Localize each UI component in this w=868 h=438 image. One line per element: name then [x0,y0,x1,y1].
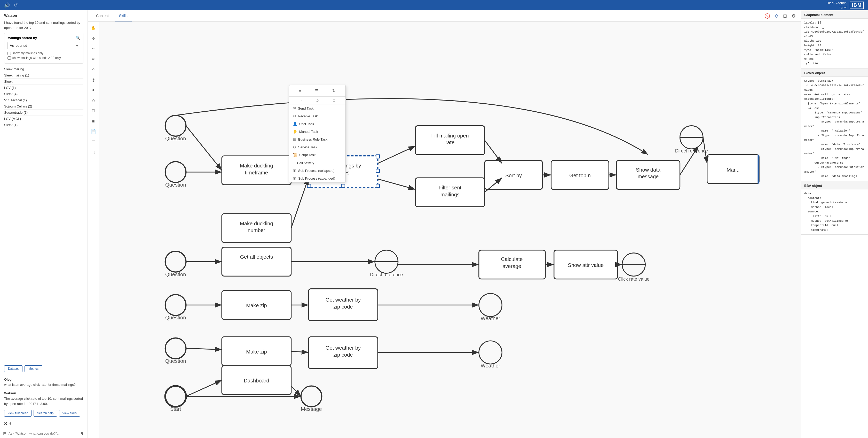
svg-text:Filter sent: Filter sent [439,185,462,191]
ctx-service-task[interactable]: ⚙ Service Task [289,143,345,151]
list-item[interactable]: 511 Tactical (1) [4,97,83,104]
question-circle-1[interactable] [165,115,186,136]
list-item[interactable]: Sleek (1) [4,122,83,128]
watson2-response: The average click rate of top 10, sent m… [4,396,83,406]
palette-arrows-icon[interactable]: ↔ [89,45,98,53]
palette-hand-icon[interactable]: ✋ [89,24,98,32]
svg-text:Make zip: Make zip [246,302,267,308]
svg-line-74 [186,380,222,397]
show-mailings-sends-checkbox[interactable] [7,56,11,60]
dataset-metrics-row: Dataset Metrics [0,363,88,375]
list-item[interactable]: Squaretrade (1) [4,110,83,116]
chat-input[interactable] [8,432,78,435]
dataset-button[interactable]: Dataset [4,366,23,372]
user-logout[interactable]: logout [827,5,846,9]
question-circle-4[interactable] [165,295,186,316]
list-item[interactable]: Sleek mailing [4,66,83,72]
svg-diagram: Question Question Question Question Ques… [99,22,801,438]
chat-grid-icon[interactable]: ⊞ [3,431,6,436]
ctx-script-task[interactable]: 📜 Script Task [289,151,345,159]
ctx-circle-shape[interactable]: ○ [300,98,302,102]
ctx-user-task[interactable]: 👤 User Task [289,120,345,128]
message-circle[interactable] [301,386,322,407]
search-help-button[interactable]: Search help [34,410,57,416]
list-item[interactable]: LCV (MCL) [4,116,83,122]
diamond-icon[interactable]: ◇ [774,12,779,20]
ban-icon[interactable]: 🚫 [764,12,771,20]
svg-text:Direct reference: Direct reference [675,148,708,153]
start-circle[interactable] [165,386,186,407]
ctx-diamond-shape[interactable]: ◇ [316,98,319,102]
tab-content[interactable]: Content [92,10,113,22]
ctx-align-icon[interactable]: ☰ [314,87,320,94]
list-item[interactable]: Sleek mailing (1) [4,72,83,79]
svg-text:Get top n: Get top n [569,173,591,178]
script-task-icon: 📜 [293,153,297,157]
weather2-circle[interactable] [479,341,502,364]
ctx-loop-icon[interactable]: ↻ [331,87,337,94]
checkbox-row-2: show mailings with sends > 10 only [7,56,80,60]
question-circle-5[interactable] [165,338,186,359]
ctx-sub-process-collapsed[interactable]: ▣ Sub Process (collapsed) [289,167,345,174]
palette-square-icon[interactable]: □ [89,107,98,115]
speaker-icon[interactable]: 🔊 [4,2,10,8]
list-item[interactable]: Sojourn Cellars (2) [4,104,83,110]
list-item[interactable]: LCV (1) [4,85,83,91]
refresh-icon[interactable]: ↺ [14,2,18,8]
get-all-objects-node[interactable] [222,247,291,276]
view-fullscreen-button[interactable]: View fullscreen [4,410,31,416]
svg-text:Make zip: Make zip [246,349,267,354]
svg-text:Start: Start [170,406,181,412]
palette-edit-icon[interactable]: ✏ [89,55,98,63]
ctx-columns-icon[interactable]: ≡ [298,87,302,94]
list-item[interactable]: Sleek (4) [4,91,83,97]
show-mailings-sends-label: show mailings with sends > 10 only [12,56,61,60]
mailings-search-icon[interactable]: 🔍 [75,36,80,40]
question-circle-3[interactable] [165,251,186,272]
grid-icon[interactable]: ⊞ [782,12,788,20]
svg-text:Message: Message [301,406,322,412]
sub-process-expanded-icon: ▣ [293,176,296,180]
chat-sidebar: Watson I have found the top 10 and sent … [0,10,88,438]
question-circle-2[interactable] [165,162,186,182]
svg-text:mailings: mailings [440,192,460,198]
microphone-icon[interactable]: 🎙 [80,431,85,436]
palette-db-icon[interactable]: 🗃 [89,138,98,146]
show-my-mailings-checkbox[interactable] [7,52,11,55]
ctx-send-task[interactable]: ✉ Send Task [289,105,345,112]
svg-line-66 [186,348,222,349]
palette-grid-square-icon[interactable]: ▣ [89,117,98,125]
ctx-receive-task[interactable]: ✉ Receive Task [289,112,345,120]
mailing-list: Sleek mailing Sleek mailing (1) Sleek LC… [0,66,88,363]
weather1-circle[interactable] [479,294,502,317]
mailings-select[interactable]: As reported Open rate Click rate Date [7,42,80,49]
svg-text:rate: rate [445,140,455,145]
manual-task-icon: ✋ [293,129,297,134]
left-palette: ✋ ✛ ↔ ✏ ○ ◎ ● ◇ □ ▣ 📄 🗃 ▢ [88,22,99,438]
palette-empty-square-icon[interactable]: ▢ [89,148,98,156]
svg-text:Get weather by: Get weather by [326,345,361,351]
list-item[interactable]: Sleek [4,79,83,85]
view-skills-button[interactable]: View skills [59,410,80,416]
watson-label: Watson [0,10,88,19]
palette-plus-icon[interactable]: ✛ [89,34,98,42]
ctx-business-rule-task[interactable]: ▦ Business Rule Task [289,136,345,143]
ibm-logo: IBM [850,2,864,9]
ctx-call-activity[interactable]: □ Call Activity [289,159,345,167]
svg-rect-19 [376,155,379,158]
metrics-button[interactable]: Metrics [25,366,42,372]
palette-diamond-icon[interactable]: ◇ [89,96,98,105]
palette-doc-icon[interactable]: 📄 [89,127,98,136]
palette-circle-thick-icon[interactable]: ◎ [89,76,98,84]
tab-skills[interactable]: Skills [115,10,132,22]
header-right: Oleg Sidorkin logout IBM [827,1,864,9]
watson-message: I have found the top 10 and sent mailing… [0,19,88,33]
user-task-icon: 👤 [293,122,297,126]
ctx-sub-process-expanded[interactable]: ▣ Sub Process (expanded) [289,174,345,182]
ctx-square-shape[interactable]: □ [333,98,335,102]
share-icon[interactable]: ⚙ [790,12,797,20]
palette-circle-filled-icon[interactable]: ● [89,86,98,94]
bpmn-object-code: $type: 'bpmn:Task' id: 4c6cb69b22c9723e2… [801,77,868,181]
ctx-manual-task[interactable]: ✋ Manual Task [289,128,345,136]
palette-circle-icon[interactable]: ○ [89,65,98,74]
